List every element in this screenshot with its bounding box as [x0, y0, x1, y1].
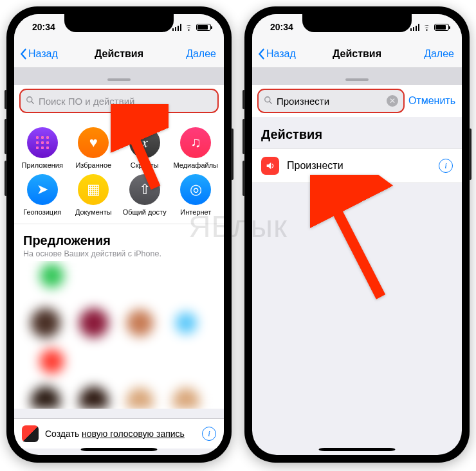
svg-line-1: [32, 101, 34, 103]
media-icon: ♫: [180, 127, 211, 158]
cellular-icon: [172, 24, 182, 31]
svg-line-5: [324, 186, 381, 297]
sheet-grabber-area: [14, 68, 224, 85]
result-speak[interactable]: Произнести i: [252, 148, 462, 183]
category-label: Общий досту: [123, 208, 167, 216]
nav-title: Действия: [333, 48, 381, 60]
search-area: Поиск ПО и действий: [14, 85, 224, 117]
notch: [64, 14, 174, 32]
category-label: Скрипты: [131, 161, 159, 169]
wifi-icon: [184, 24, 194, 31]
search-input[interactable]: Произнести ✕: [259, 90, 403, 112]
category-geo[interactable]: ➤Геопозиция: [19, 174, 66, 216]
heart-icon: ♥: [78, 127, 109, 158]
back-label: Назад: [266, 48, 296, 60]
chevron-left-icon: [257, 48, 265, 60]
search-value: Произнести: [277, 96, 383, 107]
category-label: Приложения: [22, 161, 63, 169]
back-button[interactable]: Назад: [19, 48, 58, 60]
nav-title: Действия: [95, 48, 143, 60]
category-heart[interactable]: ♥Избранное: [70, 127, 116, 169]
search-icon: [26, 96, 35, 107]
category-docs[interactable]: ▦Документы: [70, 174, 116, 216]
annotation-arrow: [310, 175, 394, 306]
category-label: Избранное: [75, 161, 111, 169]
category-apps[interactable]: Приложения: [19, 127, 66, 169]
grabber-icon[interactable]: [107, 78, 131, 81]
home-indicator[interactable]: [81, 448, 158, 451]
category-script[interactable]: 𝑥Скрипты: [122, 127, 168, 169]
status-time: 20:34: [32, 22, 55, 32]
apps-icon: [27, 127, 58, 158]
back-button[interactable]: Назад: [257, 48, 296, 60]
status-time: 20:34: [270, 22, 293, 32]
sheet-grabber-area: [252, 68, 462, 85]
svg-line-4: [270, 101, 272, 103]
suggestions-title: Предложения: [23, 233, 215, 248]
category-label: Геопозиция: [23, 208, 61, 216]
cellular-icon: [410, 24, 420, 31]
category-label: Медиафайлы: [174, 161, 218, 169]
voice-memo-icon: [22, 425, 39, 442]
battery-icon: [196, 24, 211, 31]
next-button[interactable]: Далее: [186, 48, 216, 60]
nav-bar: Назад Действия Далее: [14, 40, 224, 68]
grabber-icon[interactable]: [345, 78, 369, 81]
docs-icon: ▦: [78, 174, 109, 205]
search-area: Произнести ✕ Отменить: [252, 85, 462, 117]
search-placeholder: Поиск ПО и действий: [39, 96, 212, 107]
speaker-icon: [261, 157, 279, 175]
home-indicator[interactable]: [319, 448, 396, 451]
next-button[interactable]: Далее: [424, 48, 454, 60]
suggestion-text: Создать новую голосовую запись: [45, 429, 185, 439]
category-media[interactable]: ♫Медиафайлы: [172, 127, 219, 169]
share-icon: ⇧: [129, 174, 160, 205]
wifi-icon: [422, 24, 432, 31]
category-label: Документы: [75, 208, 112, 216]
info-button[interactable]: i: [439, 159, 453, 173]
result-label: Произнести: [287, 160, 343, 172]
bottom-suggestion[interactable]: Создать новую голосовую запись i: [14, 418, 224, 449]
watermark: ЯБлык: [188, 208, 288, 244]
geo-icon: ➤: [27, 174, 58, 205]
notch: [302, 14, 412, 32]
clear-button[interactable]: ✕: [387, 95, 398, 107]
suggestions-subtitle: На основе Ваших действий с iPhone.: [23, 249, 215, 258]
script-icon: 𝑥: [129, 127, 160, 158]
category-share[interactable]: ⇧Общий досту: [122, 174, 168, 216]
info-button[interactable]: i: [202, 427, 216, 441]
back-label: Назад: [28, 48, 58, 60]
search-input[interactable]: Поиск ПО и действий: [21, 90, 217, 112]
chevron-left-icon: [19, 48, 27, 60]
blurred-suggestions: [14, 261, 224, 409]
nav-bar: Назад Действия Далее: [252, 40, 462, 68]
search-icon: [264, 96, 273, 107]
cancel-button[interactable]: Отменить: [408, 95, 455, 107]
section-header: Действия: [252, 117, 462, 148]
battery-icon: [434, 24, 449, 31]
web-icon: ◎: [180, 174, 211, 205]
